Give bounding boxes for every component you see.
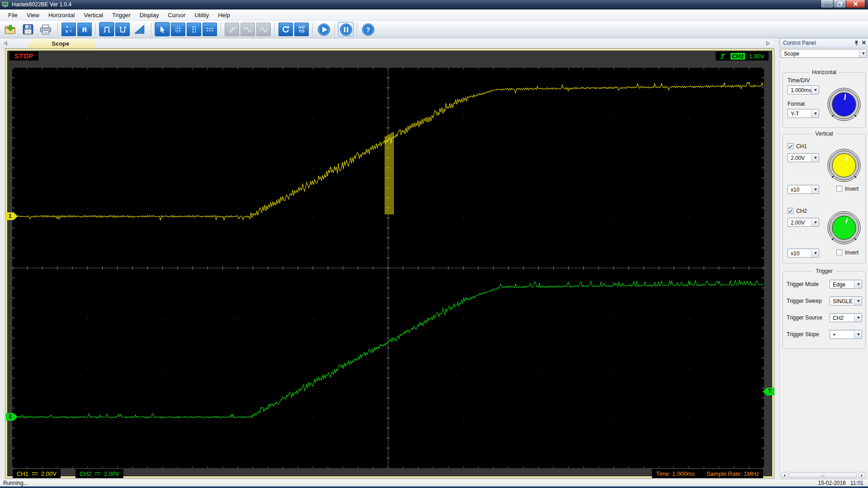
format-value: Y-T (791, 111, 799, 117)
close-icon (853, 1, 858, 6)
ramp-zoom-button[interactable] (131, 23, 147, 36)
toolbar-separator (312, 23, 313, 36)
tab-scroll-right-icon[interactable] (765, 40, 771, 47)
save-button[interactable] (20, 23, 36, 36)
time-div-label: Time/DIV (788, 77, 810, 84)
ch1-volts-div-select[interactable]: 2.00V (788, 153, 819, 162)
close-panel-icon[interactable] (862, 40, 866, 45)
vertical-cursor-button[interactable] (187, 23, 201, 36)
menu-bar: FileViewHorizontalVerticalTriggerDisplay… (0, 9, 868, 21)
horizontal-position-knob[interactable] (827, 87, 861, 122)
toolbar-separator (357, 23, 357, 36)
ch1-position-knob[interactable] (827, 148, 861, 183)
step-icon (228, 26, 236, 33)
close-button[interactable] (846, 0, 865, 8)
help-button[interactable]: ? (361, 23, 375, 36)
open-button[interactable] (2, 23, 19, 36)
math-button-label: + -x ÷ (66, 25, 72, 33)
menu-item-file[interactable]: File (4, 10, 22, 20)
pause-button[interactable] (339, 23, 353, 36)
ch1-probe-select[interactable]: x10 (788, 185, 819, 194)
pointer-cursor-button[interactable] (155, 23, 170, 36)
step-wave-button (225, 23, 239, 36)
save-icon (23, 24, 33, 35)
pulse-icon (103, 26, 111, 33)
math-button[interactable]: + -x ÷ (61, 23, 76, 36)
control-panel-scrollbar[interactable] (780, 472, 866, 479)
trigger-mode-value: Edge (833, 282, 845, 288)
ch1-probe-value: x10 (791, 187, 799, 193)
auto-setup-button[interactable]: AUTO (294, 23, 309, 36)
reference-button[interactable]: R (77, 23, 92, 36)
time-div-value: 1.000ms (791, 87, 811, 94)
waveform-display[interactable]: 1 2 T (12, 68, 764, 468)
trigger-slope-select[interactable]: + (830, 330, 862, 339)
menu-item-display[interactable]: Display (135, 10, 164, 20)
minimize-button[interactable] (821, 0, 834, 8)
trigger-mode-select[interactable]: Edge (830, 280, 862, 289)
menu-item-help[interactable]: Help (213, 10, 235, 20)
menu-item-utility[interactable]: Utility (190, 10, 213, 20)
pin-icon[interactable] (854, 40, 859, 46)
grid-cursor-button[interactable] (171, 23, 185, 36)
menu-item-vertical[interactable]: Vertical (79, 10, 108, 20)
ch2-invert-checkbox[interactable] (836, 249, 842, 255)
scrollbar-thumb[interactable] (789, 473, 857, 478)
menu-item-view[interactable]: View (22, 10, 44, 20)
tab-scroll-left-icon[interactable] (2, 40, 9, 47)
trigger-sweep-select[interactable]: SINGLE (830, 296, 862, 305)
ch2-footer-label: CH2 (80, 470, 91, 477)
pulse-zone-button[interactable] (115, 23, 130, 36)
pulse-window-button[interactable] (99, 23, 114, 36)
sine2-icon (260, 26, 268, 33)
titlebar: Hantek6022BE Ver 1.0.4 (0, 0, 868, 9)
time-per-div-value: Time: 1.000ms (656, 470, 695, 477)
ch2-position-knob[interactable] (827, 211, 861, 245)
control-panel-title: Control Panel (783, 40, 816, 46)
menu-item-cursor[interactable]: Cursor (163, 10, 190, 20)
auto-setup-button-label: AUTO (298, 25, 305, 33)
ch2-volts-div-select[interactable]: 2.00V (788, 218, 819, 227)
toolbar-separator (335, 23, 335, 36)
trigger-sweep-value: SINGLE (833, 298, 853, 305)
play-circle-icon (317, 23, 330, 36)
ch2-enable-checkbox[interactable] (788, 208, 793, 214)
status-text: Running... (3, 480, 28, 486)
window-title: Hantek6022BE Ver 1.0.4 (12, 1, 71, 8)
status-date: 15-02-2016 (818, 480, 845, 486)
trigger-group-title: Trigger (813, 268, 835, 274)
status-bar: Running... 15-02-2016 11:01 (0, 479, 868, 486)
scroll-right-icon[interactable] (859, 473, 865, 478)
menu-item-horizontal[interactable]: Horizontal (44, 10, 80, 20)
ch1-volts-div-value: 2.00V (791, 155, 805, 161)
menu-item-trigger[interactable]: Trigger (108, 10, 135, 20)
format-select[interactable]: Y-T (788, 109, 819, 118)
start-button[interactable] (316, 23, 331, 36)
trigger-source-select[interactable]: CH2 (830, 313, 862, 322)
horizontal-group: Horizontal Time/DIV 1.000ms Format Y-T (783, 72, 866, 128)
ch1-enable-checkbox[interactable] (788, 143, 793, 149)
tab-scope[interactable]: Scope (26, 39, 95, 48)
toolbar-separator (151, 23, 151, 36)
ch2-probe-value: x10 (791, 250, 799, 257)
autoscale-button[interactable] (278, 23, 293, 36)
print-button[interactable] (38, 23, 54, 36)
restore-button[interactable] (833, 0, 846, 8)
ch2-probe-select[interactable]: x10 (788, 249, 819, 258)
time-div-select[interactable]: 1.000ms (788, 85, 819, 94)
panel-mode-select[interactable]: Scope (781, 49, 867, 58)
ch1-invert-checkbox[interactable] (836, 186, 842, 192)
smooth-sine-button (256, 23, 271, 36)
trigger-status-badge: CH2 1.00V (716, 52, 769, 61)
trigger-level-marker[interactable]: T (763, 388, 774, 395)
trigger-group: Trigger Trigger ModeEdgeTrigger SweepSIN… (783, 271, 866, 349)
timebase-footer-badge: Time: 1.000ms Sample Rate: 1MHz (652, 469, 763, 478)
arrow-cursor-icon (159, 26, 166, 33)
toolbar-separator (95, 23, 96, 36)
control-panel: Control Panel Scope Horizontal Time/DIV … (779, 38, 868, 472)
sample-rate-value: Sample Rate: 1MHz (707, 470, 759, 477)
help-button-label: ? (361, 23, 375, 36)
scroll-left-icon[interactable] (781, 473, 788, 478)
horizontal-cursor-button[interactable] (203, 23, 217, 36)
check-icon (788, 144, 793, 149)
